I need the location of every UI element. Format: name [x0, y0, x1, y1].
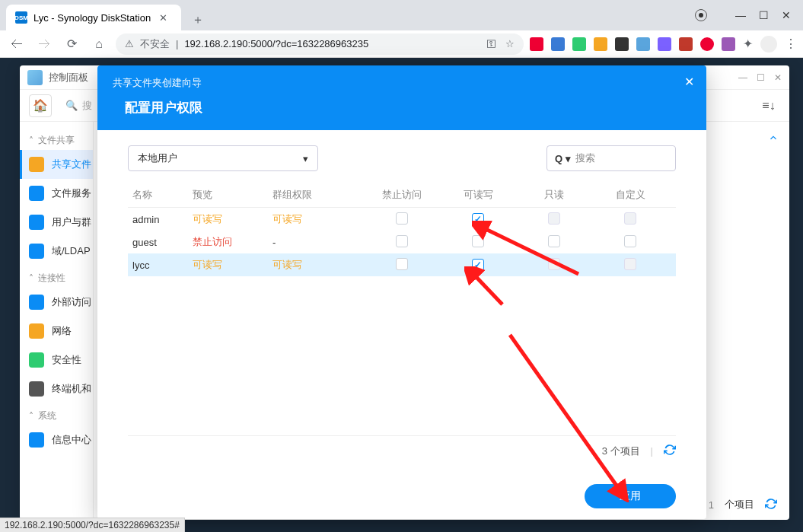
- extensions-icon[interactable]: ✦: [743, 37, 753, 51]
- dsm-maximize[interactable]: ☐: [757, 72, 765, 83]
- globe-icon: [29, 295, 44, 310]
- profile-icon[interactable]: [695, 9, 707, 21]
- checkbox[interactable]: [624, 235, 636, 247]
- users-icon: [29, 215, 44, 230]
- checkbox: [548, 258, 560, 270]
- sidebar-item-network[interactable]: 网络: [20, 317, 93, 346]
- menu-icon[interactable]: ⋮: [785, 37, 797, 51]
- sidebar-item-security[interactable]: 安全性: [20, 346, 93, 374]
- checkbox[interactable]: [472, 235, 484, 247]
- terminal-icon: [29, 381, 44, 397]
- sidebar: ˄文件共享 共享文件 文件服务 用户与群 域/LDAP ˄连接性 外部访问 网络…: [20, 122, 94, 520]
- cell-name: admin: [128, 214, 193, 225]
- ext-icon[interactable]: [551, 37, 565, 51]
- abp-icon[interactable]: [700, 37, 714, 51]
- key-icon[interactable]: ⚿: [486, 38, 496, 49]
- checkbox: [624, 212, 636, 225]
- tab-bar: DSM Lyc - Synology DiskStation ✕ ＋ — ☐ ✕: [0, 0, 803, 30]
- table-row[interactable]: lycc 可读写 可读写 ✓: [128, 253, 676, 276]
- info-icon: [29, 432, 44, 448]
- ext-icon[interactable]: [530, 37, 543, 51]
- panel-collapse[interactable]: [768, 132, 779, 146]
- permission-table: 名称 预览 群组权限 禁止访问 可读写 只读 自定义 admin 可读写 可读写…: [128, 182, 676, 276]
- checkbox[interactable]: ✓: [472, 213, 484, 225]
- sidebar-section: ˄文件共享: [20, 128, 93, 150]
- insecure-icon: ⚠: [125, 38, 134, 49]
- sidebar-section: ˄连接性: [20, 266, 93, 288]
- sidebar-item-external[interactable]: 外部访问: [20, 288, 93, 317]
- modal-subtitle: 配置用户权限: [125, 99, 691, 116]
- minimize-button[interactable]: —: [736, 11, 745, 20]
- cell-preview: 可读写: [193, 258, 272, 272]
- cell-preview: 可读写: [193, 212, 272, 226]
- home-button[interactable]: ⌂: [88, 33, 110, 55]
- cell-group: 可读写: [272, 212, 364, 226]
- checkbox[interactable]: [548, 235, 560, 247]
- cell-group: 可读写: [272, 258, 364, 272]
- col-ro: 只读: [516, 188, 592, 202]
- col-group: 群组权限: [272, 188, 364, 202]
- extension-icons: ✦ ⋮: [530, 36, 797, 53]
- checkbox: [548, 212, 560, 225]
- table-row[interactable]: guest 禁止访问 -: [128, 231, 676, 253]
- ext-icon[interactable]: [615, 37, 629, 51]
- network-icon: [29, 323, 44, 339]
- cell-preview: 禁止访问: [193, 235, 272, 249]
- reload-button[interactable]: ⟳: [61, 33, 82, 55]
- shield-icon: [29, 352, 44, 368]
- table-footer: 3 个项目 |: [128, 435, 676, 466]
- new-tab-button[interactable]: ＋: [187, 9, 209, 30]
- window-close-button[interactable]: ✕: [782, 11, 791, 20]
- tab-close-icon[interactable]: ✕: [157, 11, 169, 24]
- browser-tab[interactable]: DSM Lyc - Synology DiskStation ✕: [6, 5, 181, 30]
- ext-icon[interactable]: [594, 37, 607, 51]
- modal-footer: 应用: [97, 473, 706, 519]
- sidebar-item-users[interactable]: 用户与群: [20, 208, 93, 237]
- list-toggle[interactable]: ≡↓: [757, 94, 780, 117]
- user-type-dropdown[interactable]: 本地用户 ▾: [128, 145, 318, 171]
- avatar-icon[interactable]: [760, 36, 777, 53]
- modal-search[interactable]: Q ▾ 搜索: [546, 145, 676, 171]
- search-icon: 🔍: [65, 100, 78, 111]
- dropdown-label: 本地用户: [138, 151, 177, 165]
- maximize-button[interactable]: ☐: [759, 11, 768, 20]
- checkbox[interactable]: [396, 212, 408, 225]
- search-placeholder: 搜索: [575, 151, 595, 165]
- item-count: 个项目: [725, 498, 754, 511]
- checkbox[interactable]: [396, 258, 408, 270]
- modal-close-button[interactable]: ✕: [684, 75, 694, 89]
- sidebar-item-file-services[interactable]: 文件服务: [20, 179, 93, 208]
- ext-icon[interactable]: [636, 37, 650, 51]
- url-input[interactable]: ⚠ 不安全 | 192.168.2.190:5000/?dc=163228696…: [116, 33, 524, 55]
- table-row[interactable]: admin 可读写 可读写 ✓: [128, 208, 676, 231]
- checkbox[interactable]: [396, 235, 408, 247]
- sidebar-item-info[interactable]: 信息中心: [20, 425, 93, 454]
- ext-icon[interactable]: [722, 37, 735, 51]
- ext-icon[interactable]: [658, 37, 671, 51]
- modal-title: 共享文件夹创建向导: [113, 76, 691, 90]
- checkbox[interactable]: ✓: [472, 259, 484, 271]
- dsm-window-title: 控制面板: [49, 71, 88, 84]
- forward-button[interactable]: 🡢: [33, 33, 55, 55]
- item-count-text: 3 个项目: [602, 444, 640, 458]
- sidebar-item-ldap[interactable]: 域/LDAP: [20, 237, 93, 266]
- dsm-minimize[interactable]: —: [738, 72, 747, 83]
- back-button[interactable]: 🡠: [6, 33, 27, 55]
- ext-icon[interactable]: [679, 37, 693, 51]
- browser-chrome: DSM Lyc - Synology DiskStation ✕ ＋ — ☐ ✕…: [0, 0, 803, 58]
- cell-name: guest: [128, 237, 193, 248]
- star-icon[interactable]: ☆: [505, 38, 515, 49]
- dsm-close[interactable]: ✕: [774, 72, 782, 83]
- col-preview: 预览: [193, 188, 272, 202]
- modal-header: 共享文件夹创建向导 配置用户权限 ✕: [97, 65, 706, 130]
- sidebar-item-shared-folder[interactable]: 共享文件: [20, 150, 93, 179]
- folder-icon: [29, 157, 44, 172]
- sidebar-item-terminal[interactable]: 终端机和: [20, 374, 93, 403]
- tab-title: Lyc - Synology DiskStation: [33, 12, 151, 24]
- ext-icon[interactable]: [572, 37, 586, 51]
- table-refresh-button[interactable]: [664, 444, 676, 458]
- refresh-button[interactable]: [765, 498, 777, 512]
- dsm-home-button[interactable]: 🏠: [29, 94, 52, 117]
- apply-button[interactable]: 应用: [585, 484, 676, 508]
- services-icon: [29, 186, 44, 201]
